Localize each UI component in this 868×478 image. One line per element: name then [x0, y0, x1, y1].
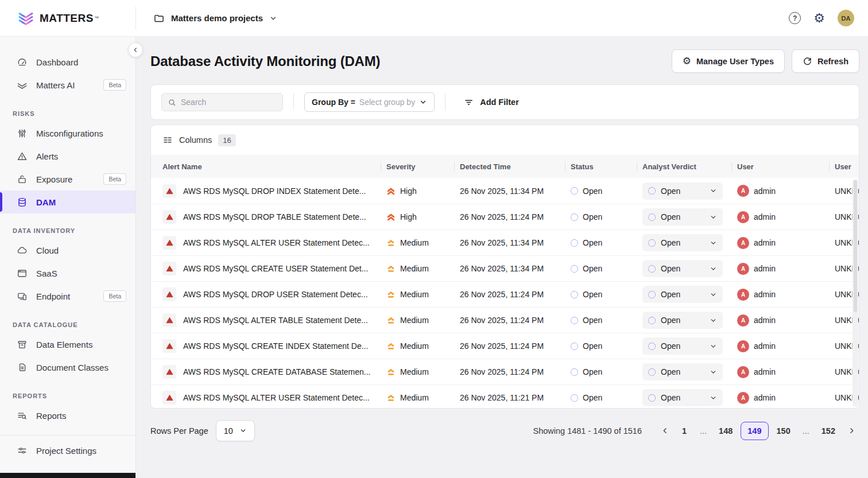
analyst-verdict-select[interactable]: Open	[642, 208, 723, 226]
chevron-down-icon	[710, 239, 717, 247]
chevron-down-icon	[710, 213, 717, 221]
misconfigurations-icon	[17, 128, 28, 139]
column-header-analyst-verdict[interactable]: Analyst Verdict	[637, 155, 731, 178]
page-button[interactable]: 149	[741, 422, 768, 440]
analyst-verdict-select[interactable]: Open	[642, 337, 723, 355]
table-header-row: Alert Name Severity Detected Time Status…	[151, 155, 859, 178]
add-filter-button[interactable]: Add Filter	[464, 98, 519, 107]
help-icon[interactable]: ?	[789, 12, 801, 24]
detected-time: 26 Nov 2025, 11:34 PM	[454, 238, 565, 247]
alert-triangle-icon	[162, 210, 176, 224]
user-avatar: A	[737, 392, 749, 404]
devices-icon	[17, 291, 28, 302]
table-row[interactable]: AWS RDS MySQL CREATE INDEX Statement De.…	[151, 333, 859, 359]
severity-label: Medium	[400, 290, 429, 299]
verdict-label: Open	[661, 316, 680, 325]
sidebar-item-dashboard[interactable]: Dashboard	[0, 50, 135, 73]
project-selector[interactable]: Matters demo projects	[153, 13, 277, 24]
chevron-down-icon	[710, 187, 717, 195]
severity-icon	[386, 393, 396, 402]
verdict-open-icon	[648, 213, 656, 221]
user-name: admin	[754, 393, 776, 402]
sidebar-item-alerts[interactable]: Alerts	[0, 145, 135, 168]
analyst-verdict-select[interactable]: Open	[642, 363, 723, 380]
document-icon	[17, 362, 28, 373]
table-row[interactable]: AWS RDS MySQL ALTER TABLE Statement Dete…	[151, 307, 859, 333]
column-header-user[interactable]: User	[731, 155, 829, 178]
sidebar-item-matters-ai[interactable]: Matters AI Beta	[0, 73, 135, 96]
sidebar-item-misconfigurations[interactable]: Misconfigurations	[0, 122, 135, 145]
columns-button[interactable]: Columns	[179, 135, 212, 145]
pagination-bar: Rows Per Page 10 Showing 1481 - 1490 of …	[150, 420, 859, 441]
page-button[interactable]: 148	[715, 422, 737, 440]
alert-triangle-icon	[162, 262, 176, 275]
sidebar-item-label: Cloud	[36, 246, 59, 255]
settings-gear-icon[interactable]: ⚙	[813, 12, 825, 25]
sidebar-item-document-classes[interactable]: Document Classes	[0, 356, 135, 379]
bottom-dark-strip	[0, 473, 135, 478]
sidebar-item-data-elements[interactable]: Data Elements	[0, 333, 135, 356]
browser-window-icon	[17, 268, 28, 279]
sidebar-item-exposure[interactable]: Exposure Beta	[0, 168, 135, 191]
severity-icon	[386, 367, 396, 376]
search-box[interactable]	[161, 93, 283, 111]
column-header-detected-time[interactable]: Detected Time	[454, 155, 565, 178]
alert-name: AWS RDS MySQL ALTER USER Statement Detec…	[183, 238, 370, 247]
database-icon	[17, 197, 28, 208]
page-button[interactable]: 1	[677, 422, 692, 440]
sidebar-item-project-settings[interactable]: Project Settings	[0, 439, 135, 462]
analyst-verdict-select[interactable]: Open	[642, 286, 723, 303]
sidebar-item-endpoint[interactable]: Endpoint Beta	[0, 285, 135, 308]
archive-box-icon	[17, 339, 28, 350]
analyst-verdict-select[interactable]: Open	[642, 234, 723, 251]
table-row[interactable]: AWS RDS MySQL DROP INDEX Statement Dete.…	[151, 178, 859, 204]
analyst-verdict-select[interactable]: Open	[642, 182, 723, 200]
sidebar-item-label: DAM	[36, 197, 56, 207]
status-label: Open	[583, 316, 602, 325]
vertical-scrollbar[interactable]	[852, 179, 858, 407]
user-avatar-topbar[interactable]: DA	[838, 10, 854, 26]
sidebar-item-reports[interactable]: Reports	[0, 404, 135, 427]
column-header-status[interactable]: Status	[565, 155, 637, 178]
analyst-verdict-select[interactable]: Open	[642, 389, 723, 406]
table-row[interactable]: AWS RDS MySQL DROP USER Statement Detec.…	[151, 281, 859, 307]
analyst-verdict-select[interactable]: Open	[642, 260, 723, 277]
verdict-open-icon	[648, 187, 656, 195]
beta-badge: Beta	[103, 79, 126, 91]
search-input[interactable]	[181, 98, 277, 107]
filter-icon	[464, 98, 474, 107]
column-header-severity[interactable]: Severity	[381, 155, 454, 178]
table-row[interactable]: AWS RDS MySQL CREATE DATABASE Statemen..…	[151, 359, 859, 384]
table-row[interactable]: AWS RDS MySQL DROP TABLE Statement Dete.…	[151, 204, 859, 230]
alert-triangle-icon	[162, 236, 176, 250]
user-name: admin	[754, 367, 776, 376]
refresh-button[interactable]: Refresh	[792, 49, 859, 73]
manage-user-types-button[interactable]: ⚙ Manage User Types	[672, 49, 785, 73]
page-button[interactable]: 150	[773, 422, 795, 440]
next-page-button[interactable]	[843, 423, 859, 439]
previous-page-button[interactable]	[657, 423, 673, 439]
sidebar-item-cloud[interactable]: Cloud	[0, 239, 135, 262]
sidebar-item-label: Document Classes	[36, 363, 108, 372]
analyst-verdict-select[interactable]: Open	[642, 312, 723, 329]
sidebar-item-label: Reports	[36, 411, 67, 421]
status-open-icon	[571, 317, 578, 324]
sidebar-item-saas[interactable]: SaaS	[0, 262, 135, 285]
chevron-down-icon	[710, 291, 717, 298]
user-name: admin	[754, 341, 776, 351]
page-button[interactable]: 152	[817, 422, 839, 440]
verdict-open-icon	[648, 239, 656, 247]
sidebar-item-dam[interactable]: DAM	[0, 191, 135, 213]
rows-per-page-select[interactable]: 10	[216, 420, 255, 441]
chevron-down-icon	[710, 368, 717, 376]
brand-tm: ™	[94, 15, 99, 21]
sidebar-collapse-button[interactable]	[128, 42, 143, 57]
verdict-label: Open	[661, 238, 680, 247]
table-row[interactable]: AWS RDS MySQL ALTER USER Statement Detec…	[151, 230, 859, 255]
table-row[interactable]: AWS RDS MySQL CREATE USER Statement Det.…	[151, 255, 859, 281]
divider	[293, 94, 294, 111]
column-header-alert-name[interactable]: Alert Name	[151, 155, 381, 178]
column-header-user-type[interactable]: User	[829, 155, 859, 178]
table-row[interactable]: AWS RDS MySQL ALTER USER Statement Detec…	[151, 384, 859, 409]
group-by-select[interactable]: Group By = Select group by	[304, 92, 435, 112]
